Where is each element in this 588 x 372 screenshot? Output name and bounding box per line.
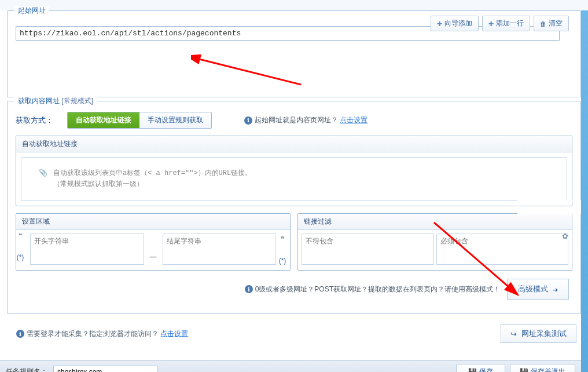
filter-panel-title: 链接过滤 [298,214,572,230]
quote-icon: ❞ [278,234,286,245]
clear-button[interactable]: 清空 [534,16,569,31]
area-panel-title: 设置区域 [16,214,290,230]
wildcard-icon: (*) [16,242,24,261]
save-exit-button[interactable]: 💾 保存并退出 [510,364,575,372]
start-url-title: 起始网址 [14,6,49,16]
fetch-method-segment: 自动获取地址链接 手动设置规则获取 [67,112,212,129]
add-row-button[interactable]: 添加一行 [482,16,530,31]
start-string-input[interactable] [30,234,144,265]
content-url-title: 获取内容网址 [常规模式] [14,96,97,106]
wildcard-icon: (*) [278,245,286,265]
click-setting-link[interactable]: 点击设置 [340,116,368,124]
save-button[interactable]: 💾 保存 [456,364,505,372]
plus-icon [488,20,494,28]
exclude-input[interactable] [302,234,434,265]
info-icon [245,285,255,293]
advanced-hint: 0级或者多级网址？POST获取网址？提取的数据在列表页内？请使用高级模式！ [255,285,500,293]
quote-icon: ❝ [16,230,24,242]
wizard-add-button[interactable]: 向导添加 [431,16,479,31]
login-setting-link[interactable]: 点击设置 [160,329,188,339]
auto-fetch-desc: 自动获取该级列表页中a标签（< a href="">）内的URL链接。 （常规模… [21,157,567,201]
login-hint: 需要登录才能采集？指定浏览器才能访问？ [27,329,159,339]
end-string-input[interactable] [163,234,277,265]
rule-name-label: 任务规则名： [6,367,47,372]
url-collect-test-button[interactable]: ↪网址采集测试 [501,324,576,343]
arrow-right-icon [550,285,558,294]
advanced-mode-button[interactable]: 高级模式 [507,279,569,300]
auto-fetch-head: 自动获取地址链接 [16,136,572,152]
trash-icon [540,20,546,28]
fetch-method-label: 获取方式： [16,115,58,126]
tab-auto-fetch[interactable]: 自动获取地址链接 [68,112,139,128]
info-icon [16,330,27,338]
share-icon: ↪ [510,330,517,338]
save-icon: 💾 [468,368,477,373]
start-is-content-hint: 起始网址就是内容页网址？ [255,116,338,124]
include-input[interactable] [436,234,569,265]
gear-icon[interactable]: ✿ [562,232,568,240]
rule-name-input[interactable] [53,366,157,373]
info-icon [244,116,255,124]
plus-icon [437,20,442,28]
save-icon: 💾 [520,368,528,373]
attach-icon [39,168,47,190]
tab-manual-rule[interactable]: 手动设置规则获取 [139,112,211,128]
